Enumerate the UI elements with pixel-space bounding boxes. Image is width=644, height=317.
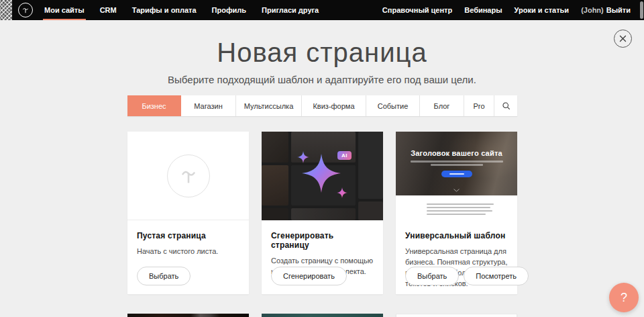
card-blank-page[interactable]: Пустая страница Начать с чистого листа. … [127,132,249,294]
card-next-row-3[interactable] [396,314,517,317]
tab-multilink[interactable]: Мультиссылка [236,95,302,116]
logout-link[interactable]: Выйти [606,6,631,14]
tilda-logo-placeholder-icon [167,154,210,197]
tab-blog[interactable]: Блог [420,95,464,116]
topbar: Мои сайты CRM Тарифы и оплата Профиль Пр… [0,0,644,20]
nav-webinars[interactable]: Вебинары [464,0,502,20]
card-title: Сгенерировать страницу [271,231,374,250]
tab-search[interactable] [494,95,517,116]
sparkle-small-icon [337,187,347,198]
blank-page-preview [127,132,249,220]
page-title: Новая страница [0,38,644,68]
nav-crm[interactable]: CRM [100,0,117,20]
tab-business[interactable]: Бизнес [127,95,181,116]
tilda-logo-icon[interactable] [18,3,33,17]
page-subtitle: Выберите подходящий шаблон и адаптируйте… [0,74,644,85]
card-universal-template[interactable]: Заголовок вашего сайта Универсальный шаб… [396,132,517,294]
card-title: Пустая страница [137,231,239,240]
nav-my-sites[interactable]: Мои сайты [44,0,85,20]
nav-help-center[interactable]: Справочный центр [382,0,452,20]
template-hero: Заголовок вашего сайта [396,132,517,195]
select-blank-button[interactable]: Выбрать [137,267,191,285]
card-next-row-1[interactable] [127,314,249,317]
tab-event[interactable]: Событие [366,95,420,116]
user-block: (John) Выйти [581,0,631,20]
card-description: Начать с чистого листа. [137,246,239,257]
nav-pricing[interactable]: Тарифы и оплата [132,0,197,20]
card-title: Универсальный шаблон [405,231,508,240]
generate-button[interactable]: Сгенерировать [271,267,347,285]
user-name: (John) [581,6,604,14]
edge-texture [0,0,12,20]
main-nav: Мои сайты CRM Тарифы и оплата Профиль Пр… [44,0,319,20]
template-category-tabs: Бизнес Магазин Мультиссылка Квиз-форма С… [127,95,517,116]
template-preview: Заголовок вашего сайта [396,132,517,220]
tab-store[interactable]: Магазин [181,95,236,116]
scrollbar-thumb[interactable] [640,1,643,19]
secondary-nav: Справочный центр Вебинары Уроки и статьи… [382,0,644,20]
card-next-row-2[interactable] [262,314,383,317]
sparkle-big-icon [302,154,341,193]
help-button[interactable]: ? [609,283,639,312]
tab-pro[interactable]: Pro [464,95,494,116]
nav-lessons[interactable]: Уроки и статьи [515,0,570,20]
select-template-button[interactable]: Выбрать [405,267,459,285]
template-hero-heading: Заголовок вашего сайта [396,149,517,157]
ai-badge: AI [337,151,352,160]
nav-profile[interactable]: Профиль [212,0,246,20]
close-button[interactable] [614,30,632,48]
template-hero-button [441,171,472,177]
tab-quiz-form[interactable]: Квиз-форма [302,95,366,116]
nav-invite-friend[interactable]: Пригласи друга [262,0,319,20]
ai-preview-collage: AI [262,132,383,220]
search-icon [502,101,511,110]
template-text-block [396,195,517,220]
view-template-button[interactable]: Посмотреть [464,267,529,285]
card-ai-generate[interactable]: AI Сгенерировать страницу Создать страни… [262,132,383,294]
close-icon [619,35,627,42]
chevron-down-icon [453,189,460,192]
